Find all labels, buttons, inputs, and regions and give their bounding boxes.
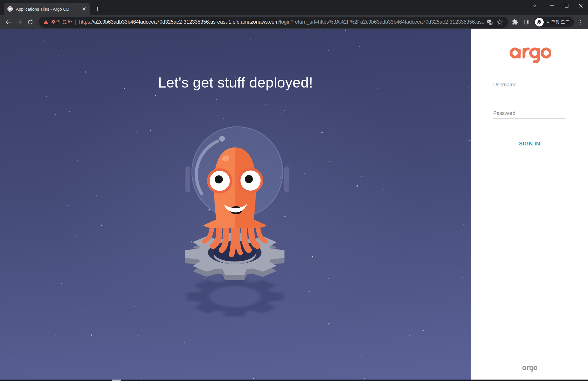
argo-favicon-icon	[7, 6, 13, 12]
hero-section: Let's get stuff deployed!	[0, 29, 471, 380]
argo-footer-logo	[522, 364, 537, 372]
tab-search-button[interactable]	[528, 0, 541, 12]
translate-button[interactable]: G A	[485, 17, 495, 27]
omnibox-divider	[75, 20, 76, 25]
password-input[interactable]	[493, 108, 566, 119]
extensions-button[interactable]	[510, 17, 520, 27]
password-field-wrapper	[493, 108, 566, 119]
forward-arrow-icon	[16, 19, 22, 25]
argo-mascot	[161, 124, 310, 323]
helmet-highlight-dot	[219, 136, 225, 142]
translate-icon: G A	[487, 19, 493, 25]
url-separator: ://	[90, 19, 94, 25]
warning-triangle-icon	[43, 19, 49, 25]
side-panel-button[interactable]	[521, 17, 532, 27]
tab-title: Applications Tiles - Argo CD	[16, 7, 81, 12]
reload-button[interactable]	[25, 17, 36, 28]
hero-heading: Let's get stuff deployed!	[0, 74, 471, 91]
taskbar-hint	[112, 380, 121, 381]
security-warning-label: 주의 요함	[51, 19, 72, 25]
puzzle-icon	[512, 19, 518, 25]
back-button[interactable]	[3, 17, 14, 28]
svg-text:A: A	[490, 22, 492, 24]
browser-toolbar: 주의 요함 https://a2c9b63adb33b464fadceea70d…	[0, 15, 588, 29]
incognito-badge[interactable]: 시크릿 모드	[534, 17, 574, 27]
page-content: Let's get stuff deployed!	[0, 29, 588, 380]
close-icon	[578, 3, 583, 8]
side-panel-icon	[523, 19, 530, 25]
browser-titlebar: Applications Tiles - Argo CD	[0, 0, 588, 15]
tab-close-icon[interactable]	[81, 5, 88, 12]
incognito-icon	[536, 19, 543, 25]
plus-icon	[95, 7, 99, 11]
back-arrow-icon	[5, 19, 12, 25]
bottom-edge	[0, 380, 588, 381]
minimize-button[interactable]	[545, 0, 559, 12]
argo-logo	[508, 43, 551, 64]
forward-button[interactable]	[14, 17, 25, 28]
window-close-button[interactable]	[574, 0, 588, 12]
incognito-avatar	[535, 18, 544, 26]
login-panel: SIGN IN	[471, 29, 588, 380]
new-tab-button[interactable]	[93, 5, 101, 13]
address-bar[interactable]: 주의 요함 https://a2c9b63adb33b464fadceea70d…	[39, 17, 509, 28]
url-path: /login?return_url=https%3A%2F%2Fa2c9b63a…	[278, 19, 485, 25]
url-host: a2c9b63adb33b464fadceea70d325ae2-3123353…	[94, 19, 278, 25]
minimize-icon	[550, 5, 554, 6]
url-scheme: https	[79, 19, 90, 25]
username-input[interactable]	[493, 80, 566, 90]
url-text: https://a2c9b63adb33b464fadceea70d325ae2…	[79, 19, 485, 25]
window-controls	[528, 0, 588, 12]
gear-shadow	[187, 277, 283, 316]
maximize-button[interactable]	[559, 0, 574, 12]
browser-tab[interactable]: Applications Tiles - Argo CD	[4, 3, 90, 15]
browser-window: Applications Tiles - Argo CD	[0, 0, 588, 381]
chevron-down-icon	[532, 3, 537, 8]
reload-icon	[27, 19, 33, 25]
bookmark-button[interactable]	[495, 17, 504, 27]
helmet-handle-left	[185, 166, 190, 192]
helmet-handle-right	[284, 166, 289, 192]
username-field-wrapper	[493, 80, 566, 90]
sign-in-button[interactable]: SIGN IN	[519, 141, 540, 147]
star-icon	[497, 19, 503, 25]
browser-menu-button[interactable]	[575, 17, 585, 27]
maximize-icon	[565, 4, 568, 8]
incognito-label: 시크릿 모드	[547, 19, 569, 25]
kebab-menu-icon	[577, 19, 583, 25]
